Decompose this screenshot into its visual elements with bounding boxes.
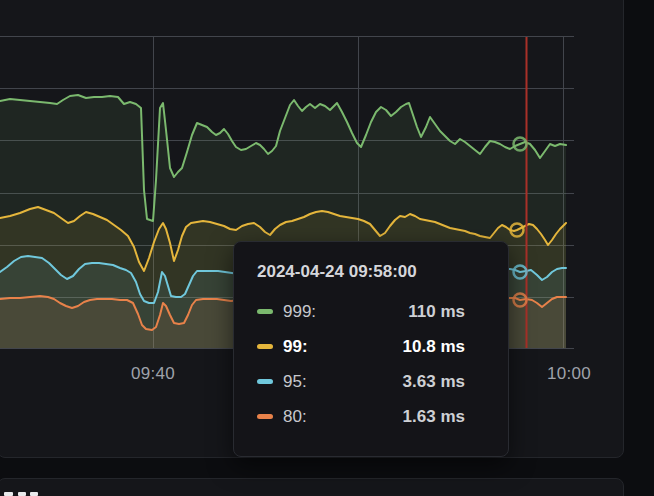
series-value: 1.63 ms	[369, 407, 465, 427]
tooltip-timestamp: 2024-04-24 09:58:00	[257, 262, 486, 282]
series-color-dash	[257, 379, 273, 384]
x-axis-tick-0940: 09:40	[124, 364, 182, 384]
x-axis-tick-1000: 10:00	[539, 364, 599, 384]
tooltip-row-80: 80:1.63 ms	[257, 399, 486, 434]
series-value: 3.63 ms	[369, 372, 465, 392]
series-color-dash	[257, 309, 273, 314]
next-panel-top-edge	[0, 478, 624, 496]
series-label: 999:	[283, 302, 369, 322]
clipped-text-fragment	[30, 492, 38, 496]
series-color-dash	[257, 414, 273, 419]
tooltip: 2024-04-24 09:58:00 999:110 ms99:10.8 ms…	[233, 241, 509, 457]
series-color-dash	[257, 344, 273, 349]
series-label: 99:	[283, 337, 369, 357]
clipped-text-fragment	[18, 492, 26, 496]
tooltip-rows: 999:110 ms99:10.8 ms95:3.63 ms80:1.63 ms	[257, 294, 486, 434]
grafana-dashboard-crop: 09:40 10:00 2024-04-24 09:58:00 999:110 …	[0, 0, 654, 496]
tooltip-row-999: 999:110 ms	[257, 294, 486, 329]
series-label: 80:	[283, 407, 369, 427]
series-value: 110 ms	[369, 302, 465, 322]
series-value: 10.8 ms	[369, 337, 465, 357]
series-label: 95:	[283, 372, 369, 392]
tooltip-row-95: 95:3.63 ms	[257, 364, 486, 399]
tooltip-row-99: 99:10.8 ms	[257, 329, 486, 364]
clipped-text-fragment	[4, 492, 13, 496]
